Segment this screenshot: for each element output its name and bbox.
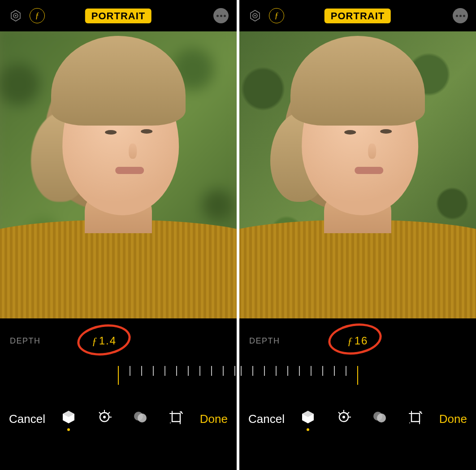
portrait-lighting-icon[interactable]: [299, 409, 317, 431]
mode-badge[interactable]: PORTRAIT: [325, 9, 391, 23]
bottom-toolbar: Cancel Done: [0, 399, 237, 439]
depth-slider[interactable]: [239, 363, 476, 399]
live-photo-icon[interactable]: [8, 8, 23, 23]
aperture-value: ƒ16: [347, 335, 368, 347]
svg-point-2: [15, 15, 17, 17]
svg-line-10: [99, 412, 101, 414]
live-photo-icon[interactable]: [247, 8, 263, 23]
photo-preview[interactable]: [239, 31, 476, 318]
top-toolbar: ƒ PORTRAIT: [0, 0, 237, 31]
cancel-button[interactable]: Cancel: [9, 412, 45, 426]
editor-panel-right: ƒ PORTRAIT DEPTH ƒ16: [239, 0, 476, 470]
svg-point-31: [420, 411, 421, 412]
svg-point-22: [342, 416, 345, 418]
svg-line-26: [338, 412, 340, 414]
done-button[interactable]: Done: [439, 412, 467, 426]
svg-point-15: [181, 411, 182, 412]
svg-point-28: [377, 413, 386, 422]
svg-rect-29: [411, 413, 420, 422]
depth-slider[interactable]: [0, 363, 237, 399]
aperture-value: ƒ1.4: [92, 335, 117, 347]
filters-icon[interactable]: [371, 409, 389, 425]
adjust-dial-icon[interactable]: [335, 409, 353, 425]
more-icon[interactable]: [453, 8, 468, 23]
more-icon[interactable]: [213, 8, 229, 23]
edit-tools: [49, 407, 196, 431]
editor-panel-left: ƒ PORTRAIT DEPTH ƒ1.4: [0, 0, 237, 470]
depth-readout-row: DEPTH ƒ1.4: [0, 318, 237, 363]
svg-line-8: [108, 412, 110, 414]
filters-icon[interactable]: [131, 409, 149, 425]
depth-readout-row: DEPTH ƒ16: [239, 318, 476, 363]
svg-point-6: [103, 416, 106, 418]
depth-label: DEPTH: [10, 336, 41, 346]
svg-rect-13: [172, 413, 180, 422]
crop-rotate-icon[interactable]: [407, 409, 424, 426]
top-toolbar: ƒ PORTRAIT: [239, 0, 476, 31]
done-button[interactable]: Done: [200, 412, 228, 426]
cancel-button[interactable]: Cancel: [248, 412, 285, 426]
depth-label: DEPTH: [249, 336, 280, 346]
edit-tools: [288, 407, 436, 431]
bottom-toolbar: Cancel Done: [239, 399, 476, 439]
portrait-lighting-icon[interactable]: [60, 409, 78, 431]
photo-preview[interactable]: [0, 31, 237, 318]
aperture-f-icon[interactable]: ƒ: [30, 8, 45, 23]
svg-point-14: [170, 422, 171, 423]
svg-line-24: [347, 412, 349, 414]
svg-point-30: [409, 422, 410, 423]
adjust-dial-icon[interactable]: [95, 409, 113, 425]
svg-point-18: [254, 15, 256, 17]
svg-point-12: [138, 413, 147, 422]
crop-rotate-icon[interactable]: [167, 409, 185, 426]
aperture-f-icon[interactable]: ƒ: [269, 8, 284, 23]
mode-badge[interactable]: PORTRAIT: [85, 9, 151, 23]
